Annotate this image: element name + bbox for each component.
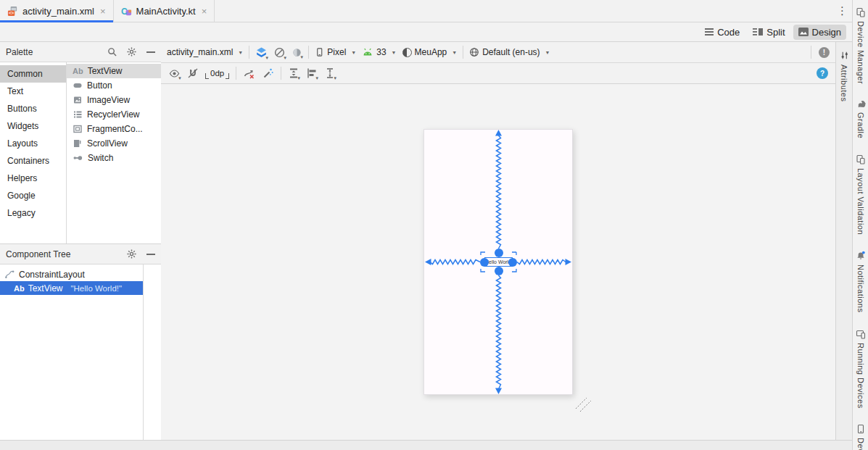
clear-constraints-icon (243, 67, 255, 79)
svg-text:<>: <> (9, 10, 15, 16)
default-margin-selector[interactable]: 0dp (205, 69, 229, 78)
tool-tab-layout-validation[interactable]: Layout Validation (856, 154, 866, 235)
component-tree-panel: Component Tree ConstraintLayout Ab TextV… (0, 244, 161, 440)
api-level-selector[interactable]: 33▼ (362, 47, 396, 57)
button-widget-icon (73, 80, 83, 91)
design-surface-toolbar: activity_main.xml▼ ▼ ▼ ▼ Pixel▼ 33▼ MeuA… (161, 42, 835, 63)
chevron-down-icon: ▼ (351, 50, 356, 55)
constraint-handle-top[interactable] (495, 249, 503, 257)
infer-constraints-button[interactable] (262, 67, 274, 79)
design-mode-button[interactable]: Design (793, 25, 846, 40)
palette-category-containers[interactable]: Containers (0, 152, 66, 170)
palette-category-text[interactable]: Text (0, 83, 66, 100)
chevron-down-icon: ▼ (392, 50, 397, 55)
component-tree-title: Component Tree (6, 249, 117, 259)
tree-item-constraintlayout[interactable]: ConstraintLayout (0, 267, 143, 281)
fragment-container-icon (73, 124, 83, 134)
pack-selector[interactable]: ▼ (288, 67, 299, 79)
split-icon (753, 28, 763, 36)
palette-category-widgets[interactable]: Widgets (0, 117, 66, 135)
chevron-down-icon: ▼ (297, 76, 301, 80)
palette-category-helpers[interactable]: Helpers (0, 170, 66, 187)
running-devices-icon (856, 329, 866, 339)
constraint-toolbar: ▼ 0dp ▼ ▼ ▼ ? (161, 63, 835, 84)
gear-icon[interactable] (127, 47, 136, 57)
tool-tab-notifications[interactable]: Notifications (856, 251, 866, 312)
palette-item-recyclerview[interactable]: RecyclerView (67, 107, 161, 122)
palette-category-google[interactable]: Google (0, 187, 66, 204)
orientation-selector[interactable]: ▼ (273, 46, 286, 59)
textview-icon: Ab (14, 284, 25, 293)
sliders-icon (840, 51, 849, 60)
android-icon (362, 48, 373, 57)
close-icon[interactable]: × (100, 7, 106, 16)
device-selector[interactable]: Pixel▼ (315, 47, 356, 57)
scrollview-icon (73, 138, 83, 149)
textview-icon: Ab (73, 67, 83, 75)
autoconnect-toggle[interactable] (187, 67, 199, 79)
chevron-down-icon: ▼ (178, 76, 182, 80)
clear-constraints-button[interactable] (243, 67, 255, 79)
design-canvas[interactable]: Hello World! (161, 84, 835, 440)
palette-item-list: Ab TextView Button ImageView RecyclerVie… (67, 62, 161, 243)
code-mode-button[interactable]: Code (700, 25, 745, 40)
tool-tab-device-explorer[interactable]: Devic (856, 424, 866, 450)
chevron-down-icon: ▼ (299, 55, 304, 59)
tool-tab-running-devices[interactable]: Running Devices (856, 329, 866, 409)
imageview-icon (73, 95, 83, 105)
palette-category-layouts[interactable]: Layouts (0, 135, 66, 152)
right-tool-stripe: Device Manager Gradle Layout Validation … (852, 0, 868, 450)
editor-options-kebab-icon[interactable]: ⋮ (837, 4, 848, 17)
component-tree-list: ConstraintLayout Ab TextView "Hello Worl… (0, 264, 144, 440)
split-mode-button[interactable]: Split (748, 25, 790, 40)
gear-icon[interactable] (127, 249, 136, 259)
palette-category-common[interactable]: Common (0, 65, 66, 83)
night-mode-selector[interactable]: ▼ (292, 47, 302, 58)
search-icon[interactable] (107, 47, 117, 57)
constraint-handle-right[interactable] (508, 258, 517, 267)
minimize-icon[interactable] (146, 254, 155, 255)
palette-category-buttons[interactable]: Buttons (0, 100, 66, 117)
xml-layout-file-icon: <> (7, 6, 18, 17)
status-bar (0, 440, 852, 450)
theme-selector[interactable]: MeuApp▼ (402, 47, 458, 57)
palette-item-textview[interactable]: Ab TextView (67, 64, 161, 78)
close-icon[interactable]: × (202, 7, 207, 16)
design-surface-mode-selector[interactable]: ▼ (255, 46, 268, 59)
palette-item-switch[interactable]: Switch (67, 151, 161, 165)
minimize-icon[interactable] (146, 51, 155, 53)
tab-activity-main-xml[interactable]: <> activity_main.xml × (0, 0, 114, 22)
tab-mainactivity-kt[interactable]: C MainActivity.kt × (114, 0, 215, 22)
kotlin-class-icon: C (121, 6, 132, 17)
attributes-tab[interactable]: Attributes (840, 64, 848, 101)
chevron-down-icon: ▼ (238, 50, 243, 55)
palette-category-legacy[interactable]: Legacy (0, 204, 66, 222)
palette-item-fragmentcontainer[interactable]: FragmentCo... (67, 122, 161, 136)
view-options-button[interactable]: ▼ (168, 68, 181, 79)
device-manager-icon (856, 7, 866, 17)
canvas-resize-handle[interactable] (574, 396, 593, 414)
palette-item-button[interactable]: Button (67, 78, 161, 93)
svg-text:C: C (121, 7, 128, 17)
tool-tab-device-manager[interactable]: Device Manager (856, 7, 866, 84)
locale-selector[interactable]: Default (en-us)▼ (469, 47, 550, 57)
palette-title: Palette (6, 47, 97, 57)
palette-category-list: Common Text Buttons Widgets Layouts Cont… (0, 62, 67, 243)
tree-item-textview[interactable]: Ab TextView "Hello World!" (0, 281, 143, 295)
bell-icon (856, 251, 866, 261)
align-selector[interactable]: ▼ (306, 67, 318, 79)
palette-item-imageview[interactable]: ImageView (67, 93, 161, 107)
chevron-down-icon: ▼ (545, 50, 550, 55)
tab-label: MainActivity.kt (136, 6, 196, 17)
help-button[interactable]: ? (817, 67, 828, 79)
palette-panel: Palette Common Text Buttons Widgets Layo… (0, 42, 161, 244)
tool-tab-gradle[interactable]: Gradle (856, 100, 866, 138)
file-variant-selector[interactable]: activity_main.xml▼ (167, 47, 243, 57)
guidelines-selector[interactable]: ▼ (324, 67, 336, 79)
issues-panel-toggle[interactable]: ! (819, 47, 830, 58)
constraint-handle-left[interactable] (480, 258, 489, 267)
recyclerview-icon (73, 109, 83, 120)
constraint-handle-bottom[interactable] (495, 267, 503, 275)
attributes-tool-strip: Attributes (835, 42, 852, 440)
palette-item-scrollview[interactable]: ScrollView (67, 136, 161, 151)
